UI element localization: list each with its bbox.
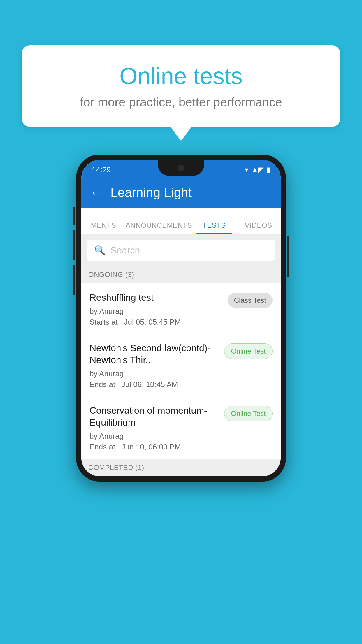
test-info: Newton's Second law(contd)-Newton's Thir… bbox=[89, 342, 224, 389]
test-name: Reshuffling test bbox=[89, 292, 222, 304]
side-button-vol-up bbox=[73, 230, 75, 260]
test-badge-online: Online Test bbox=[224, 343, 273, 359]
ongoing-section-label: ONGOING (3) bbox=[81, 266, 281, 284]
back-button[interactable]: ← bbox=[90, 186, 102, 200]
tabs-bar: MENTS ANNOUNCEMENTS TESTS VIDEOS bbox=[81, 208, 281, 235]
test-badge-class: Class Test bbox=[228, 293, 273, 308]
test-list: Reshuffling test by Anurag Starts at Jul… bbox=[81, 284, 281, 459]
app-title: Learning Light bbox=[110, 185, 192, 200]
phone-notch bbox=[158, 160, 204, 176]
test-author: by Anurag bbox=[89, 307, 222, 316]
test-author: by Anurag bbox=[89, 432, 218, 441]
wifi-icon: ▾ bbox=[245, 166, 248, 174]
status-icons: ▾ ▲◤ ▮ bbox=[245, 166, 270, 174]
test-info: Conservation of momentum-Equilibrium by … bbox=[89, 405, 224, 452]
speech-bubble: Online tests for more practice, better p… bbox=[22, 45, 340, 127]
tab-announcements[interactable]: ANNOUNCEMENTS bbox=[126, 221, 192, 234]
side-button-top bbox=[73, 207, 75, 225]
signal-icon: ▲◤ bbox=[251, 166, 263, 174]
bubble-title: Online tests bbox=[45, 63, 317, 90]
search-icon: 🔍 bbox=[94, 245, 106, 256]
search-input[interactable]: Search bbox=[110, 245, 140, 256]
test-item[interactable]: Conservation of momentum-Equilibrium by … bbox=[81, 396, 281, 459]
search-container: 🔍 Search bbox=[81, 235, 281, 266]
test-name: Conservation of momentum-Equilibrium bbox=[89, 405, 218, 429]
tab-tests[interactable]: TESTS bbox=[192, 221, 236, 234]
camera-dot bbox=[178, 165, 184, 171]
test-author: by Anurag bbox=[89, 369, 218, 378]
speech-bubble-container: Online tests for more practice, better p… bbox=[22, 45, 340, 127]
test-name: Newton's Second law(contd)-Newton's Thir… bbox=[89, 342, 218, 366]
bubble-subtitle: for more practice, better performance bbox=[45, 95, 317, 109]
search-bar[interactable]: 🔍 Search bbox=[87, 240, 275, 261]
test-item[interactable]: Newton's Second law(contd)-Newton's Thir… bbox=[81, 334, 281, 396]
test-badge-online: Online Test bbox=[224, 406, 273, 421]
completed-section-label: COMPLETED (1) bbox=[81, 459, 281, 476]
test-date: Ends at Jun 10, 06:00 PM bbox=[89, 442, 218, 452]
test-date: Starts at Jul 05, 05:45 PM bbox=[89, 318, 222, 327]
side-button-power bbox=[287, 236, 289, 277]
status-time: 14:29 bbox=[92, 165, 111, 174]
side-button-vol-down bbox=[73, 265, 75, 295]
phone-screen: 14:29 ▾ ▲◤ ▮ ← Learning Light MENTS ANNO… bbox=[81, 160, 281, 476]
phone-wrapper: 14:29 ▾ ▲◤ ▮ ← Learning Light MENTS ANNO… bbox=[76, 155, 286, 482]
test-item[interactable]: Reshuffling test by Anurag Starts at Jul… bbox=[81, 284, 281, 334]
tab-videos[interactable]: VIDEOS bbox=[236, 221, 281, 234]
battery-icon: ▮ bbox=[266, 166, 270, 174]
tab-ments[interactable]: MENTS bbox=[81, 221, 126, 234]
test-info: Reshuffling test by Anurag Starts at Jul… bbox=[89, 292, 228, 327]
phone-frame: 14:29 ▾ ▲◤ ▮ ← Learning Light MENTS ANNO… bbox=[76, 155, 286, 482]
app-bar: ← Learning Light bbox=[81, 177, 281, 208]
test-date: Ends at Jul 06, 10:45 AM bbox=[89, 380, 218, 389]
